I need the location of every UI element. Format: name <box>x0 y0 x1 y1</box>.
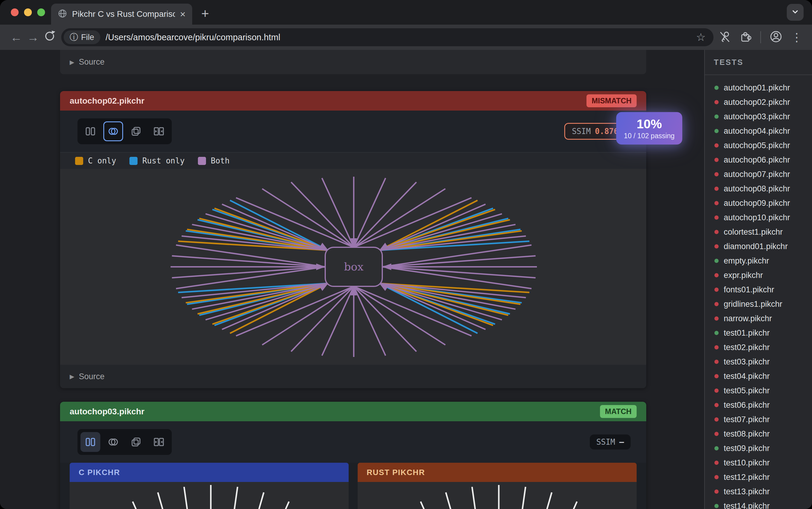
fail-dot-icon <box>714 186 718 191</box>
password-key-icon[interactable] <box>718 30 731 44</box>
test-item[interactable]: test14.pikchr <box>705 499 812 509</box>
test-name: test03.pikchr <box>724 357 770 367</box>
legend-label: Both <box>211 156 230 165</box>
test-item[interactable]: empty.pikchr <box>705 253 812 268</box>
fail-dot-icon <box>714 215 718 219</box>
view-overlay-button[interactable] <box>103 432 123 452</box>
test-item[interactable]: autochop02.pikchr <box>705 95 812 109</box>
back-button[interactable]: ← <box>8 31 25 44</box>
test-item[interactable]: fonts01.pikchr <box>705 282 812 297</box>
menu-kebab-icon[interactable]: ⋮ <box>791 31 802 44</box>
test-item[interactable]: colortest1.pikchr <box>705 225 812 239</box>
fail-dot-icon <box>714 345 718 349</box>
window-controls <box>11 8 45 16</box>
test-item[interactable]: test05.pikchr <box>705 383 812 398</box>
test-name: test13.pikchr <box>724 487 770 497</box>
tab-search-button[interactable] <box>787 4 804 21</box>
test-item[interactable]: test06.pikchr <box>705 398 812 412</box>
card-title: autochop03.pikchr <box>70 407 144 416</box>
test-item[interactable]: test04.pikchr <box>705 369 812 383</box>
test-item[interactable]: autochop07.pikchr <box>705 167 812 181</box>
extensions-puzzle-icon[interactable] <box>739 30 752 44</box>
zoom-window-button[interactable] <box>37 8 45 16</box>
side-by-side-panels: C PIKCHR RUST PIKCHR <box>60 463 646 509</box>
bookmark-star-icon[interactable]: ☆ <box>696 31 706 43</box>
test-item[interactable]: expr.pikchr <box>705 268 812 282</box>
view-side-by-side-button[interactable] <box>80 432 100 452</box>
view-diff-button[interactable] <box>126 122 146 141</box>
test-item[interactable]: test08.pikchr <box>705 427 812 441</box>
view-overlay-button[interactable] <box>103 122 123 141</box>
ssim-badge: SSIM – <box>590 435 631 449</box>
test-item[interactable]: test01.pikchr <box>705 326 812 340</box>
rust-pikchr-panel: RUST PIKCHR <box>358 463 637 509</box>
progress-badge: 10% 10 / 102 passing <box>616 112 682 144</box>
card-title: autochop02.pikchr <box>70 96 144 106</box>
test-name: colortest1.pikchr <box>724 228 783 237</box>
view-diff-button[interactable] <box>126 432 146 452</box>
source-toggle[interactable]: ▶ Source <box>60 57 105 67</box>
new-tab-button[interactable]: + <box>198 7 212 21</box>
view-swipe-button[interactable] <box>149 122 169 141</box>
test-item[interactable]: test02.pikchr <box>705 340 812 354</box>
test-name: empty.pikchr <box>724 256 769 266</box>
main-scroll-area[interactable]: ▶ Source autochop02.pikchr MISMATCH <box>0 50 704 509</box>
fail-dot-icon <box>714 244 718 248</box>
reload-button[interactable] <box>41 29 58 45</box>
view-swipe-button[interactable] <box>149 432 169 452</box>
test-item[interactable]: diamond01.pikchr <box>705 239 812 253</box>
fail-dot-icon <box>714 388 718 393</box>
pass-dot-icon <box>714 259 718 263</box>
test-name: autochop04.pikchr <box>724 127 790 136</box>
toolbar-divider <box>760 31 761 43</box>
test-item[interactable]: test13.pikchr <box>705 484 812 499</box>
pass-dot-icon <box>714 114 718 119</box>
test-item[interactable]: autochop10.pikchr <box>705 210 812 225</box>
profile-icon[interactable] <box>769 30 783 44</box>
test-item[interactable]: narrow.pikchr <box>705 311 812 326</box>
test-item[interactable]: autochop04.pikchr <box>705 124 812 138</box>
test-item[interactable]: autochop09.pikchr <box>705 196 812 210</box>
test-item[interactable]: test12.pikchr <box>705 470 812 484</box>
test-name: test10.pikchr <box>724 458 770 468</box>
test-item[interactable]: autochop05.pikchr <box>705 138 812 152</box>
test-name: autochop06.pikchr <box>724 155 790 165</box>
test-item[interactable]: gridlines1.pikchr <box>705 297 812 311</box>
test-item[interactable]: autochop08.pikchr <box>705 181 812 196</box>
pikchr-render <box>70 482 348 509</box>
forward-button[interactable]: → <box>25 31 41 44</box>
test-name: test12.pikchr <box>724 473 770 482</box>
browser-tab[interactable]: Pikchr C vs Rust Comparison × <box>51 4 192 25</box>
browser-toolbar: ← → ⓘ File /Users/amos/bearcove/pikru/co… <box>0 25 812 50</box>
status-badge: MISMATCH <box>587 94 637 107</box>
ssim-value: – <box>619 438 624 446</box>
close-window-button[interactable] <box>11 8 19 16</box>
test-name: expr.pikchr <box>724 271 763 280</box>
url-bar[interactable]: ⓘ File /Users/amos/bearcove/pikru/compar… <box>61 28 713 46</box>
view-side-by-side-button[interactable] <box>80 122 100 141</box>
file-chip-label: File <box>81 33 94 42</box>
page-content: ▶ Source autochop02.pikchr MISMATCH <box>0 50 812 509</box>
pass-dot-icon <box>714 86 718 90</box>
fail-dot-icon <box>714 403 718 407</box>
card-toolbar: SSIM – <box>60 421 646 463</box>
test-item[interactable]: autochop06.pikchr <box>705 152 812 167</box>
test-item[interactable]: test09.pikchr <box>705 441 812 455</box>
test-item[interactable]: test03.pikchr <box>705 354 812 369</box>
test-name: autochop02.pikchr <box>724 98 790 107</box>
close-tab-icon[interactable]: × <box>180 9 186 19</box>
browser-window: Pikchr C vs Rust Comparison × + ← → ⓘ Fi… <box>0 0 812 509</box>
test-item[interactable]: test10.pikchr <box>705 455 812 470</box>
test-name: diamond01.pikchr <box>724 242 788 251</box>
fail-dot-icon <box>714 489 718 494</box>
source-toggle[interactable]: ▶ Source <box>60 372 105 381</box>
url-text: /Users/amos/bearcove/pikru/comparison.ht… <box>106 32 691 42</box>
test-item[interactable]: autochop01.pikchr <box>705 80 812 95</box>
test-item[interactable]: test07.pikchr <box>705 412 812 427</box>
minimize-window-button[interactable] <box>24 8 32 16</box>
fail-dot-icon <box>714 360 718 364</box>
test-card-autochop02: autochop02.pikchr MISMATCH <box>60 91 646 388</box>
info-icon: ⓘ <box>70 32 78 43</box>
card-footer: ▶ Source <box>60 365 646 388</box>
test-item[interactable]: autochop03.pikchr <box>705 109 812 124</box>
